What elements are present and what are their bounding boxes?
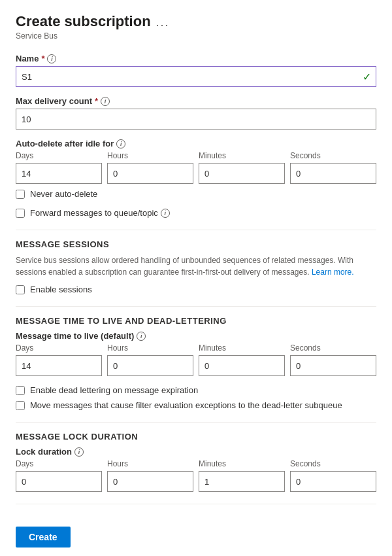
name-field-label: Name * i	[16, 54, 376, 63]
bottom-divider	[16, 504, 376, 504]
ttl-days: Days	[16, 343, 102, 376]
max-delivery-info-icon[interactable]: i	[101, 97, 110, 106]
enable-sessions-row: Enable sessions	[16, 285, 376, 294]
lock-header: MESSAGE LOCK DURATION	[16, 432, 376, 442]
lock-hours: Hours	[107, 459, 193, 492]
lock-time-fields: Days Hours Minutes Seconds	[16, 459, 376, 492]
ttl-hours: Hours	[107, 343, 193, 376]
ttl-header: MESSAGE TIME TO LIVE AND DEAD-LETTERING	[16, 316, 376, 326]
message-sessions-section: MESSAGE SESSIONS Service bus sessions al…	[16, 239, 376, 294]
lock-label: Lock duration i	[16, 447, 376, 457]
page-title: Create subscription ...	[16, 13, 376, 30]
ttl-days-input[interactable]	[16, 355, 102, 376]
ttl-minutes-input[interactable]	[199, 355, 285, 376]
auto-delete-minutes-input[interactable]	[199, 163, 285, 184]
ttl-seconds: Seconds	[290, 343, 376, 376]
forward-messages-label: Forward messages to queue/topic i	[30, 208, 170, 218]
max-delivery-field-group: Max delivery count * i	[16, 96, 376, 130]
name-valid-checkmark: ✓	[363, 71, 371, 83]
subtitle: Service Bus	[16, 31, 376, 41]
lock-hours-input[interactable]	[107, 471, 193, 492]
name-field-group: Name * i ✓	[16, 54, 376, 87]
ttl-minutes: Minutes	[199, 343, 285, 376]
ttl-field-group: Message time to live (default) i Days Ho…	[16, 331, 376, 376]
auto-delete-field-group: Auto-delete after idle for i Days Hours …	[16, 139, 376, 199]
auto-delete-time-fields: Days Hours Minutes Seconds	[16, 151, 376, 184]
ttl-time-fields: Days Hours Minutes Seconds	[16, 343, 376, 376]
never-auto-delete-checkbox[interactable]	[16, 190, 25, 199]
name-input-wrapper: ✓	[16, 66, 376, 87]
ttl-seconds-input[interactable]	[290, 355, 376, 376]
lock-duration-section: MESSAGE LOCK DURATION Lock duration i Da…	[16, 432, 376, 492]
forward-messages-info-icon[interactable]: i	[161, 209, 170, 218]
auto-delete-days: Days	[16, 151, 102, 184]
name-info-icon[interactable]: i	[47, 54, 56, 63]
create-button[interactable]: Create	[16, 527, 71, 547]
filter-exception-checkbox[interactable]	[16, 401, 25, 410]
filter-exception-row: Move messages that cause filter evaluati…	[16, 400, 376, 410]
auto-delete-info-icon[interactable]: i	[116, 139, 125, 148]
sessions-description: Service bus sessions allow ordered handl…	[16, 254, 376, 278]
ttl-divider	[16, 306, 376, 307]
lock-seconds: Seconds	[290, 459, 376, 492]
lock-seconds-input[interactable]	[290, 471, 376, 492]
lock-divider	[16, 422, 376, 423]
lock-field-group: Lock duration i Days Hours Minutes Secon…	[16, 447, 376, 492]
auto-delete-hours-input[interactable]	[107, 163, 193, 184]
auto-delete-label: Auto-delete after idle for i	[16, 139, 376, 148]
ttl-info-icon[interactable]: i	[137, 332, 146, 341]
lock-minutes: Minutes	[199, 459, 285, 492]
enable-sessions-label: Enable sessions	[30, 285, 92, 294]
dead-letter-label: Enable dead lettering on message expirat…	[30, 385, 198, 395]
lock-info-icon[interactable]: i	[74, 447, 84, 457]
never-auto-delete-row: Never auto-delete	[16, 189, 376, 199]
message-ttl-section: MESSAGE TIME TO LIVE AND DEAD-LETTERING …	[16, 316, 376, 410]
sessions-learn-more-link[interactable]: Learn more.	[312, 268, 354, 277]
lock-minutes-input[interactable]	[199, 471, 285, 492]
enable-sessions-checkbox[interactable]	[16, 285, 25, 294]
forward-messages-row: Forward messages to queue/topic i	[16, 208, 376, 218]
ttl-hours-input[interactable]	[107, 355, 193, 376]
ellipsis-menu-button[interactable]: ...	[156, 16, 170, 29]
lock-days: Days	[16, 459, 102, 492]
lock-days-input[interactable]	[16, 471, 102, 492]
never-auto-delete-label: Never auto-delete	[30, 189, 97, 199]
sessions-divider	[16, 230, 376, 230]
max-delivery-input[interactable]	[16, 109, 376, 130]
auto-delete-days-input[interactable]	[16, 163, 102, 184]
auto-delete-seconds: Seconds	[290, 151, 376, 184]
dead-letter-checkbox[interactable]	[16, 386, 25, 395]
filter-exception-label: Move messages that cause filter evaluati…	[30, 400, 342, 410]
ttl-label: Message time to live (default) i	[16, 331, 376, 341]
auto-delete-minutes: Minutes	[199, 151, 285, 184]
max-delivery-label: Max delivery count * i	[16, 96, 376, 106]
forward-messages-checkbox[interactable]	[16, 209, 25, 218]
required-indicator-2: *	[95, 96, 98, 106]
auto-delete-hours: Hours	[107, 151, 193, 184]
sessions-header: MESSAGE SESSIONS	[16, 239, 376, 249]
required-indicator: *	[41, 54, 44, 63]
dead-letter-row: Enable dead lettering on message expirat…	[16, 385, 376, 395]
auto-delete-seconds-input[interactable]	[290, 163, 376, 184]
name-input[interactable]	[16, 66, 376, 87]
